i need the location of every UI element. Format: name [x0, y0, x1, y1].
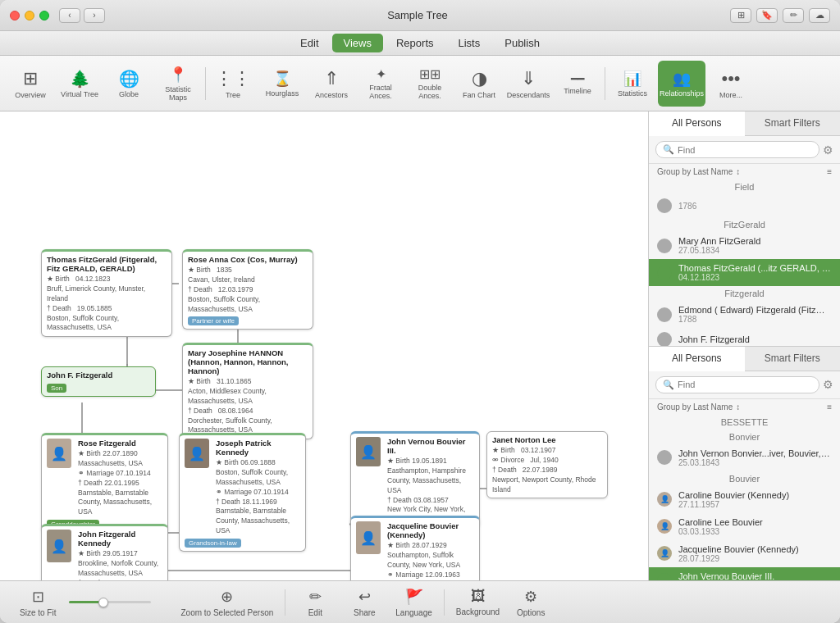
list-item-caroline-lee[interactable]: 👤 Caroline Lee Bouvier 03.03.1933: [649, 513, 840, 540]
toolbar-fractal[interactable]: ✦ Fractal Ances.: [357, 61, 404, 107]
toolbar-statistics[interactable]: 📊 Statistics: [609, 61, 656, 107]
language-label: Language: [395, 608, 432, 617]
more-icon: •••: [721, 68, 740, 89]
timeline-icon: ━━: [571, 72, 584, 85]
language-icon: 🚩: [405, 588, 423, 606]
list-item-caroline-bouvier-kennedy[interactable]: 👤 Caroline Bouvier (Kennedy) 27.11.1957: [649, 486, 840, 513]
window-title: Sample Tree: [112, 9, 724, 21]
person-name-mary: Mary Josephine HANNON (Hannon, Hannon, H…: [188, 348, 308, 375]
person-info-caroline-lee: Caroline Lee Bouvier 03.03.1933: [678, 517, 832, 536]
toolbar-more[interactable]: ••• More...: [707, 61, 755, 107]
bottom-size-to-fit[interactable]: ⊡ Size to Fit: [13, 584, 62, 621]
toolbar-overview[interactable]: ⊞ Overview: [7, 61, 54, 107]
toolbar-fan[interactable]: ◑ Fan Chart: [455, 61, 503, 107]
bookmark-icon[interactable]: 🔖: [756, 8, 778, 23]
close-button[interactable]: [10, 11, 20, 20]
toolbar-statistics-label: Statistics: [618, 89, 647, 98]
bottom-background[interactable]: 🖼 Background: [450, 584, 506, 620]
toolbar-descendants[interactable]: ⇓ Descendants: [504, 61, 552, 107]
toolbar-virtual-tree[interactable]: 🌲 Virtual Tree: [56, 61, 103, 107]
tree-area[interactable]: Thomas FitzGerald (Fitgerald, Fitz GERAL…: [0, 111, 648, 580]
bottom-edit[interactable]: ✏ Edit: [290, 584, 340, 621]
toolbar-double[interactable]: ⊞⊞ Double Ances.: [406, 61, 454, 107]
person-name-jackie: Jacqueline Bouvier (Kennedy): [387, 521, 474, 539]
person-name-thomas: Thomas FitzGerald (Fitgerald, Fitz GERAL…: [47, 255, 167, 273]
statistic-maps-icon: 📍: [169, 66, 187, 84]
tree-icon: ⋮⋮: [215, 68, 251, 89]
bottom-options[interactable]: ⚙ Options: [506, 584, 555, 621]
toolbar-statistic-maps[interactable]: 📍 Statistic Maps: [154, 61, 202, 107]
list-item-john-f-list[interactable]: John F. Fitzgerald: [649, 328, 840, 347]
toolbar-hourglass[interactable]: ⌛ Hourglass: [258, 61, 306, 107]
person-box-rose-anna[interactable]: Rose Anna Cox (Cos, Murray) ★ Birth 1835…: [182, 249, 313, 330]
group-by-header-top[interactable]: Group by Last Name ↕ ≡: [649, 164, 840, 180]
bottom-zoom-person[interactable]: ⊕ Zoom to Selected Person: [174, 584, 280, 621]
menu-edit[interactable]: Edit: [289, 34, 330, 52]
list-item-jackie-list[interactable]: 👤 Jacqueline Bouvier (Kennedy) 28.07.192…: [649, 540, 840, 567]
list-item-john-bouvier-list[interactable]: John Vernou Bouvier III. 19.05.1891: [649, 567, 840, 581]
minimize-button[interactable]: [25, 11, 34, 20]
menu-views[interactable]: Views: [332, 34, 383, 52]
search-input-bottom[interactable]: [678, 380, 812, 389]
search-icon-top: 🔍: [663, 144, 674, 155]
toolbar-tree-label: Tree: [226, 91, 240, 99]
person-box-janet[interactable]: Janet Norton Lee ★ Birth 03.12.1907 ⚮ Di…: [486, 431, 608, 498]
search-input-top[interactable]: [678, 145, 812, 155]
toolbar-timeline-label: Timeline: [564, 87, 591, 95]
list-item-edmond[interactable]: Edmond ( Edward) Fitzgerald (FitzGerald)…: [649, 301, 840, 328]
search-box-top[interactable]: 🔍: [655, 141, 819, 158]
list-options-icon-top[interactable]: ≡: [827, 167, 832, 176]
person-date-john-bonvier: 25.03.1843: [678, 458, 832, 467]
list-item-john-bonvier[interactable]: John Vernon Bonvier...iver, Bouvier, Bou…: [649, 444, 840, 471]
menu-publish[interactable]: Publish: [493, 34, 551, 52]
person-box-john-bouvier[interactable]: 👤 John Vernou Bouvier III. ★ Birth 19.05…: [350, 431, 480, 529]
back-button[interactable]: ‹: [59, 8, 80, 23]
menu-reports[interactable]: Reports: [385, 34, 445, 52]
person-name-joseph: Joseph Patrick Kennedy: [216, 439, 300, 457]
panel-tabs-top: All Persons Smart Filters: [649, 111, 840, 136]
gear-icon-bottom[interactable]: ⚙: [823, 378, 833, 391]
grid-view-icon[interactable]: ⊞: [730, 8, 751, 23]
fullscreen-button[interactable]: [39, 11, 49, 20]
person-box-joseph[interactable]: 👤 Joseph Patrick Kennedy ★ Birth 06.09.1…: [179, 433, 306, 552]
bottom-share[interactable]: ↩ Share: [340, 584, 389, 621]
avatar-field-1786: [657, 198, 672, 213]
edit-bottom-icon: ✏: [309, 588, 322, 606]
group-by-label-top: Group by Last Name: [657, 167, 733, 176]
person-box-rose-fitz[interactable]: 👤 Rose Fitzgerald ★ Birth 22.07.1890Mass…: [41, 433, 168, 533]
edit-icon[interactable]: ✏: [783, 8, 804, 23]
search-box-bottom[interactable]: 🔍: [655, 376, 819, 393]
person-name-rose-fitz: Rose Fitzgerald: [78, 439, 162, 448]
relationships-icon: 👥: [673, 70, 691, 88]
person-box-mary-josephine[interactable]: Mary Josephine HANNON (Hannon, Hannon, H…: [182, 343, 313, 439]
gear-icon-top[interactable]: ⚙: [823, 143, 833, 157]
toolbar-ancestors[interactable]: ⇑ Ancestors: [308, 61, 355, 107]
toolbar-globe[interactable]: 🌐 Globe: [105, 61, 153, 107]
group-by-header-bottom[interactable]: Group by Last Name ↕ ≡: [649, 399, 840, 415]
list-item-mary-ann[interactable]: Mary Ann FitzGerald 27.05.1834: [649, 232, 840, 259]
person-box-john-f[interactable]: John F. Fitzgerald Son: [41, 366, 156, 397]
list-item-field-1786[interactable]: 1786: [649, 194, 840, 217]
person-box-jfk[interactable]: 👤 John Fitzgerald Kennedy ★ Birth 29.05.…: [41, 524, 168, 580]
zoom-slider[interactable]: [69, 601, 151, 603]
tab-all-persons-top[interactable]: All Persons: [649, 111, 745, 136]
tab-smart-filters-top[interactable]: Smart Filters: [745, 111, 841, 135]
person-info-jackie-list: Jacqueline Bouvier (Kennedy) 28.07.1929: [678, 544, 832, 563]
toolbar-relationships[interactable]: 👥 Relationships: [658, 61, 705, 107]
list-options-icon-bottom[interactable]: ≡: [827, 402, 832, 412]
person-box-thomas[interactable]: Thomas FitzGerald (Fitgerald, Fitz GERAL…: [41, 249, 172, 337]
forward-button[interactable]: ›: [84, 8, 105, 23]
bottom-language[interactable]: 🚩 Language: [389, 584, 439, 621]
options-label: Options: [517, 608, 545, 617]
tab-smart-filters-bottom[interactable]: Smart Filters: [745, 347, 841, 371]
list-item-thomas-selected[interactable]: Thomas FitzGerald (...itz GERALD, GERALD…: [649, 259, 840, 286]
toolbar-timeline[interactable]: ━━ Timeline: [554, 61, 601, 107]
toolbar-tree[interactable]: ⋮⋮ Tree: [209, 61, 257, 107]
person-box-jackie[interactable]: 👤 Jacqueline Bouvier (Kennedy) ★ Birth 2…: [350, 516, 480, 580]
cloud-icon[interactable]: ☁: [809, 8, 830, 23]
person-name-caroline-lee: Caroline Lee Bouvier: [678, 517, 832, 527]
section-bessette: BESSETTE: [649, 415, 840, 430]
menu-lists[interactable]: Lists: [447, 34, 492, 52]
bottom-bar: ⊡ Size to Fit ⊕ Zoom to Selected Person …: [0, 580, 840, 623]
tab-all-persons-bottom[interactable]: All Persons: [649, 347, 745, 371]
